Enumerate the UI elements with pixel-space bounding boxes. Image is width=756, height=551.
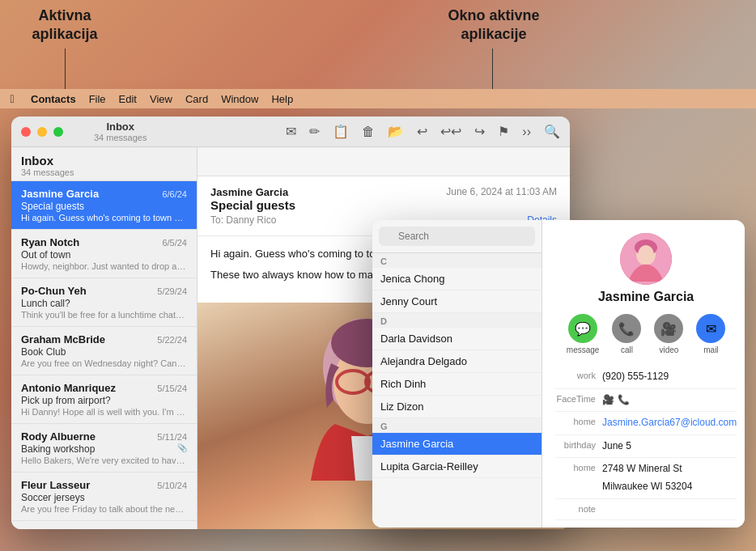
forward-icon[interactable]: ↪	[474, 124, 485, 139]
mail-sender: Fleur Lasseur	[21, 479, 90, 491]
annotation-line-right	[492, 49, 493, 89]
minimize-button[interactable]	[37, 127, 47, 137]
field-value-email[interactable]: Jasmine.Garcia67@icloud.com	[602, 414, 737, 432]
search-input[interactable]	[379, 227, 535, 246]
svg-point-9	[638, 245, 654, 265]
facetime-video-icon[interactable]: 🎥	[602, 392, 614, 409]
contacts-search-bar: 🔍	[372, 220, 542, 253]
contact-list-item[interactable]: Rich Dinh	[372, 373, 542, 396]
contact-list-item[interactable]: Liz Dizon	[372, 396, 542, 418]
call-action-button[interactable]: 📞 call	[612, 314, 641, 354]
maximize-button[interactable]	[53, 127, 63, 137]
mail-list-item[interactable]: Rody Albuerne 5/11/24 Baking workshop 📎 …	[11, 424, 197, 473]
contacts-list-panel: 🔍 CJenica ChongJenny CourtDDarla Davidso…	[372, 220, 542, 528]
video-icon: 🎥	[654, 314, 683, 343]
contact-fields: work (920) 555-1129 FaceTime 🎥 📞 home Ja…	[555, 366, 737, 520]
mail-icon: ✉	[696, 314, 725, 343]
section-letter: C	[372, 253, 542, 268]
menubar-view[interactable]: View	[150, 93, 172, 105]
search-icon[interactable]: 🔍	[544, 124, 560, 139]
annotation-active-app-text: Aktivna aplikacija	[32, 7, 97, 42]
contact-name: Jasmine Garcia	[598, 290, 694, 304]
field-note: note	[555, 499, 737, 521]
contact-actions: 💬 message 📞 call 🎥 video ✉ mail	[555, 314, 737, 354]
mail-sidebar: Inbox 34 messages Jasmine Garcia 6/6/24 …	[11, 147, 197, 529]
message-action-button[interactable]: 💬 message	[567, 314, 600, 354]
menubar-contacts[interactable]: Contacts	[31, 93, 76, 105]
mail-subject: Special guests	[21, 201, 187, 212]
close-button[interactable]	[21, 127, 31, 137]
mail-date: 6/5/24	[162, 238, 187, 248]
mail-date: 5/10/24	[157, 481, 187, 490]
field-birthday: birthday June 5	[555, 435, 737, 459]
menubar:  Contacts File Edit View Card Window He…	[0, 89, 756, 108]
menubar-help[interactable]: Help	[271, 93, 293, 105]
video-action-button[interactable]: 🎥 video	[654, 314, 683, 354]
menubar-file[interactable]: File	[89, 93, 106, 105]
section-letter: D	[372, 313, 542, 328]
mail-list-item[interactable]: Ryan Notch 6/5/24 Out of town Howdy, nei…	[11, 230, 197, 278]
email-from: Jasmine Garcia	[210, 186, 295, 198]
mail-inbox-title: Inbox	[106, 121, 134, 133]
avatar-svg	[620, 233, 672, 285]
contact-list-item[interactable]: Lupita Garcia-Reilley	[372, 456, 542, 478]
mail-sender: Rody Albuerne	[21, 430, 96, 443]
mail-preview: Hi Danny! Hope all is well with you. I'm…	[21, 407, 187, 417]
mail-preview: Hi again. Guess who's coming to town wit…	[21, 213, 187, 223]
mail-list-item[interactable]: Graham McBride 5/22/24 Book Club Are you…	[11, 327, 197, 375]
mail-sender: Ryan Notch	[21, 236, 79, 248]
delete-icon[interactable]: 🗑	[362, 125, 375, 139]
mail-action-button[interactable]: ✉ mail	[696, 314, 725, 354]
email-to: To: Danny Rico	[210, 214, 276, 226]
mail-list-item[interactable]: Rigo Rangel 5/8/24 Fun memories	[11, 521, 197, 529]
mail-list-item[interactable]: Po-Chun Yeh 5/29/24 Lunch call? Think yo…	[11, 278, 197, 327]
contacts-list: CJenica ChongJenny CourtDDarla DavidsonA…	[372, 253, 542, 478]
reply-icon[interactable]: ↩	[417, 124, 427, 139]
reply-all-icon[interactable]: ↩↩	[440, 124, 461, 139]
mail-sender: Rigo Rangel	[21, 528, 83, 529]
contact-list-item[interactable]: Jenny Court	[372, 290, 542, 313]
field-label-work: work	[555, 368, 596, 386]
mail-date: 5/11/24	[157, 432, 187, 442]
mail-subject: Out of town	[21, 249, 187, 261]
annotation-active-app: Aktivna aplikacija	[16, 6, 113, 45]
email-date: June 6, 2024 at 11:03 AM	[446, 186, 557, 197]
field-work-phone: work (920) 555-1129	[555, 366, 737, 389]
flag-icon[interactable]: ⚑	[498, 124, 509, 139]
attachment-icon: 📎	[177, 443, 187, 452]
mail-list-item[interactable]: Fleur Lasseur 5/10/24 Soccer jerseys Are…	[11, 473, 197, 521]
menubar-edit[interactable]: Edit	[119, 93, 137, 105]
mail-preview: Think you'll be free for a lunchtime cha…	[21, 310, 187, 320]
field-value-work[interactable]: (920) 555-1129	[602, 368, 737, 386]
field-label-birthday: birthday	[555, 438, 596, 456]
field-label-address: home	[555, 460, 596, 495]
mail-subject: Book Club	[21, 346, 187, 358]
contact-list-item[interactable]: Alejandra Delgado	[372, 350, 542, 373]
facetime-audio-icon[interactable]: 📞	[618, 392, 630, 409]
apple-menu[interactable]: 	[6, 93, 18, 104]
mail-date: 6/6/24	[162, 189, 187, 199]
compose-icon[interactable]: ✉	[286, 124, 296, 139]
mail-preview: Are you free Friday to talk about the ne…	[21, 504, 187, 514]
contact-list-item[interactable]: Jenica Chong	[372, 268, 542, 290]
annotation-line-left	[65, 49, 66, 89]
mail-subject: Baking workshop 📎	[21, 443, 187, 455]
mail-subject: Soccer jerseys	[21, 492, 187, 503]
mail-list-item[interactable]: Jasmine Garcia 6/6/24 Special guests Hi …	[11, 181, 197, 230]
video-action-label: video	[659, 345, 678, 354]
contact-list-item[interactable]: Jasmine Garcia	[372, 433, 542, 456]
contact-list-item[interactable]: Darla Davidson	[372, 328, 542, 350]
sidebar-header: Inbox 34 messages	[11, 147, 197, 181]
menubar-card[interactable]: Card	[185, 93, 208, 105]
mail-list-item[interactable]: Antonio Manriquez 5/15/24 Pick up from a…	[11, 375, 197, 424]
move-icon[interactable]: 📂	[388, 124, 404, 139]
mail-subject: Pick up from airport?	[21, 395, 187, 406]
mail-sender: Jasmine Garcia	[21, 188, 99, 200]
note-icon[interactable]: ✏	[309, 124, 320, 139]
field-value-address: 2748 W Mineral StMilwaukee WI 53204	[602, 460, 737, 495]
menubar-window[interactable]: Window	[221, 93, 258, 105]
more-icon[interactable]: ››	[522, 125, 531, 139]
mail-message-count: 34 messages	[94, 133, 147, 142]
field-home-email: home Jasmine.Garcia67@icloud.com	[555, 412, 737, 435]
archive-icon[interactable]: 📋	[333, 124, 349, 139]
